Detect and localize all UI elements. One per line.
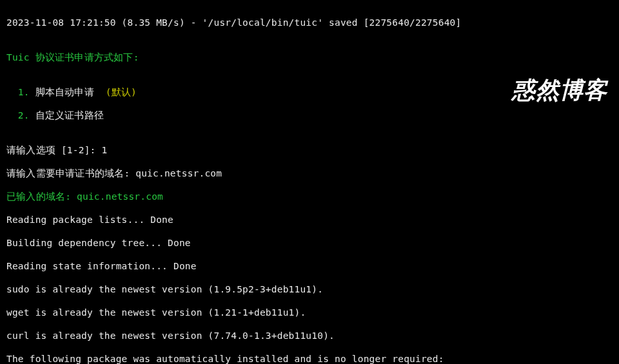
apt-reading-packages: Reading package lists... Done (6, 214, 613, 225)
apt-wget-newest: wget is already the newest version (1.21… (6, 307, 613, 318)
option-number-1: 1. (6, 87, 30, 97)
option-text-1: 脚本自动申请 (30, 87, 106, 97)
prompt-domain-input: 请输入需要申请证书的域名: quic.netssr.com (6, 168, 613, 179)
apt-sudo-newest: sudo is already the newest version (1.9.… (6, 283, 613, 295)
apt-auto-installed-header: The following package was automatically … (6, 353, 613, 364)
apt-reading-state: Reading state information... Done (6, 260, 613, 272)
option-text-2: 自定义证书路径 (30, 110, 104, 120)
option-default-tag: (默认) (106, 87, 137, 97)
terminal-output: 2023-11-08 17:21:50 (8.35 MB/s) - '/usr/… (0, 0, 619, 364)
apt-curl-newest: curl is already the newest version (7.74… (6, 330, 613, 341)
option-number-2: 2. (6, 110, 30, 120)
tuic-cert-header: Tuic 协议证书申请方式如下: (6, 52, 613, 63)
apt-building-tree: Building dependency tree... Done (6, 237, 613, 249)
confirmed-domain: 已输入的域名: quic.netssr.com (6, 191, 613, 202)
menu-option-2: 2. 自定义证书路径 (6, 110, 613, 121)
menu-option-1: 1. 脚本自动申请 (默认) (6, 86, 613, 98)
prompt-select-option: 请输入选项 [1-2]: 1 (6, 144, 613, 156)
wget-saved-line: 2023-11-08 17:21:50 (8.35 MB/s) - '/usr/… (6, 17, 613, 28)
